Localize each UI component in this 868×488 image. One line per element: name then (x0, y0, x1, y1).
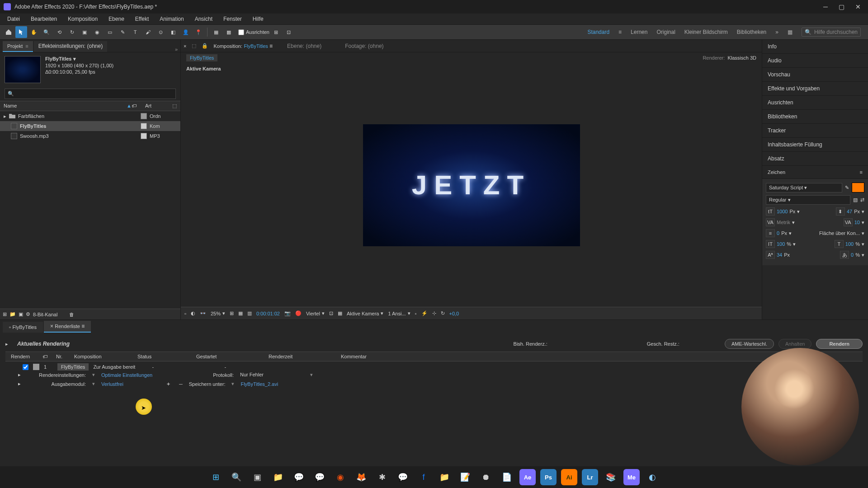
eraser-tool-icon[interactable]: ◧ (167, 26, 179, 38)
orbit-tool-icon[interactable]: ⟲ (53, 26, 65, 38)
panel-tracker[interactable]: Tracker (762, 124, 868, 138)
home-icon[interactable] (3, 26, 14, 38)
camera-tool-icon[interactable]: ▣ (79, 26, 90, 38)
hscale[interactable]: 100 (845, 241, 854, 247)
teams-icon[interactable]: 💬 (291, 469, 307, 485)
tab-footage[interactable]: Footage: (ohne) (345, 43, 383, 49)
guide-icon[interactable]: ▥ (247, 310, 252, 316)
pan-behind-tool-icon[interactable]: ◉ (91, 26, 103, 38)
obs-icon[interactable]: ⏺ (478, 469, 494, 485)
col-status[interactable]: Status (136, 354, 190, 359)
fill-over-select[interactable]: Fläche über Kon... (819, 230, 860, 236)
expand-icon[interactable]: ▸ (5, 341, 8, 347)
notepad-icon[interactable]: 📄 (499, 469, 515, 485)
fill-color-swatch[interactable] (852, 183, 864, 192)
label-swatch[interactable] (141, 133, 147, 139)
facebook-icon[interactable]: f (415, 469, 432, 485)
minimize-button[interactable]: ─ (823, 3, 828, 10)
lock-icon[interactable]: ⬚ (192, 43, 196, 49)
trash-icon[interactable]: 🗑 (69, 312, 74, 317)
maximize-button[interactable]: ▢ (839, 3, 844, 10)
hand-tool-icon[interactable]: ✋ (28, 26, 40, 38)
renderer-display[interactable]: Renderer: Klassisch 3D (703, 55, 756, 61)
tsume[interactable]: 0 (851, 252, 854, 258)
col-nr[interactable]: Nr. (54, 354, 68, 359)
tab-composition[interactable]: Komposition: FlyByTitles ≡ (213, 43, 273, 49)
workspace-more-icon[interactable]: » (775, 29, 778, 35)
whatsapp-icon[interactable]: 💬 (311, 469, 328, 485)
vscale[interactable]: 100 (777, 241, 785, 247)
render-settings-link[interactable]: Optimale Einstellungen (101, 372, 152, 378)
rotate-tool-icon[interactable]: ↻ (66, 26, 78, 38)
col-type[interactable]: Art (145, 103, 172, 109)
ame-queue-button[interactable]: AME-Warteschl. (725, 339, 774, 349)
books-icon[interactable]: 📚 (603, 469, 619, 485)
workspace-lernen[interactable]: Lernen (631, 29, 647, 35)
expand-output-icon[interactable]: ▸ (18, 381, 21, 387)
tab-layer[interactable]: Ebene: (ohne) (287, 43, 321, 49)
brush-tool-icon[interactable]: 🖌 (142, 26, 154, 38)
composition-viewer[interactable]: Aktive Kamera JETZT (181, 63, 762, 307)
col-tag-icon[interactable]: 🏷 (132, 103, 145, 109)
comp-breadcrumb[interactable]: FlyByTitles (186, 54, 217, 61)
menu-komposition[interactable]: Komposition (63, 14, 102, 23)
project-item-comp[interactable]: FlyByTitles Kom (0, 121, 180, 131)
photoshop-icon[interactable]: Ps (540, 469, 557, 485)
menu-fenster[interactable]: Fenster (219, 14, 246, 23)
roto-tool-icon[interactable]: 👤 (180, 26, 192, 38)
close-tab-icon[interactable]: × (184, 43, 186, 49)
roi-icon[interactable]: ⊡ (329, 310, 333, 316)
output-file-link[interactable]: FlyByTitles_2.avi (241, 381, 278, 387)
bit-depth[interactable]: 8-Bit-Kanal (33, 312, 57, 317)
snap-options-icon[interactable]: ⊞ (270, 26, 282, 38)
panel-audio[interactable]: Audio (762, 54, 868, 68)
workspace-bibliotheken[interactable]: Bibliotheken (737, 29, 766, 35)
pixel-aspect-icon[interactable]: ▫ (415, 311, 417, 316)
panel-zeichen[interactable]: Zeichen≡ (762, 166, 868, 179)
mask-mode-icon[interactable]: ▦ (210, 26, 222, 38)
pen-tool-icon[interactable]: ✎ (117, 26, 128, 38)
tracking[interactable]: 10 (854, 220, 860, 225)
tab-project[interactable]: Projekt≡ (3, 41, 33, 52)
settings-icon[interactable]: ⚙ (26, 311, 30, 317)
label-swatch[interactable] (141, 123, 147, 129)
workspace-grid-icon[interactable]: ▦ (788, 29, 793, 35)
res-dropdown[interactable]: Viertel ▾ (306, 310, 325, 316)
snap-checkbox[interactable] (238, 29, 244, 35)
font-style-select[interactable]: Regular ▾ (766, 195, 850, 205)
fast-preview-icon[interactable]: ⚡ (421, 310, 428, 316)
zoom-dropdown[interactable]: 25% ▾ (211, 310, 225, 316)
start-icon[interactable]: ⊞ (208, 469, 224, 485)
app-icon-3[interactable]: ◐ (644, 469, 660, 485)
stroke-width[interactable]: 0 (777, 230, 779, 236)
panel-info[interactable]: Info (762, 40, 868, 54)
menu-bearbeiten[interactable]: Bearbeiten (26, 14, 61, 23)
snap-options2-icon[interactable]: ⊡ (283, 26, 295, 38)
item-label-swatch[interactable] (33, 364, 39, 370)
project-item-folder[interactable]: ▸ Farbflächen Ordn (0, 111, 180, 121)
media-encoder-icon[interactable]: Me (623, 469, 640, 485)
menu-ebene[interactable]: Ebene (104, 14, 129, 23)
panel-bibliotheken[interactable]: Bibliotheken (762, 110, 868, 124)
puppet-tool-icon[interactable]: 📍 (193, 26, 204, 38)
flowchart-icon[interactable]: ↻ (441, 310, 445, 316)
col-comment[interactable]: Kommentar (339, 354, 368, 359)
app-icon-2[interactable]: ✱ (374, 469, 390, 485)
col-start[interactable]: Gestartet (194, 354, 262, 359)
selection-tool-icon[interactable] (15, 26, 27, 38)
lock-icon-2[interactable]: 🔒 (202, 43, 208, 49)
resolution-icon[interactable]: ⊞ (230, 310, 234, 316)
panel-vorschau[interactable]: Vorschau (762, 68, 868, 82)
messenger-icon[interactable]: 💬 (395, 469, 411, 485)
mask-mode2-icon[interactable]: ▩ (223, 26, 235, 38)
new-comp-icon[interactable]: ▣ (19, 311, 23, 317)
zoom-tool-icon[interactable]: 🔍 (41, 26, 52, 38)
tab-render-queue[interactable]: × Renderliste ≡ (44, 321, 91, 333)
close-button[interactable]: ✕ (855, 3, 861, 10)
exposure-value[interactable]: +0,0 (449, 311, 459, 316)
timeline-icon[interactable]: ⊹ (432, 310, 436, 316)
font-family-select[interactable]: Saturday Script ▾ (766, 183, 842, 192)
lightroom-icon[interactable]: Lr (582, 469, 598, 485)
new-folder-icon[interactable]: 📁 (9, 311, 16, 317)
add-output-icon[interactable]: ＋ (166, 380, 171, 387)
